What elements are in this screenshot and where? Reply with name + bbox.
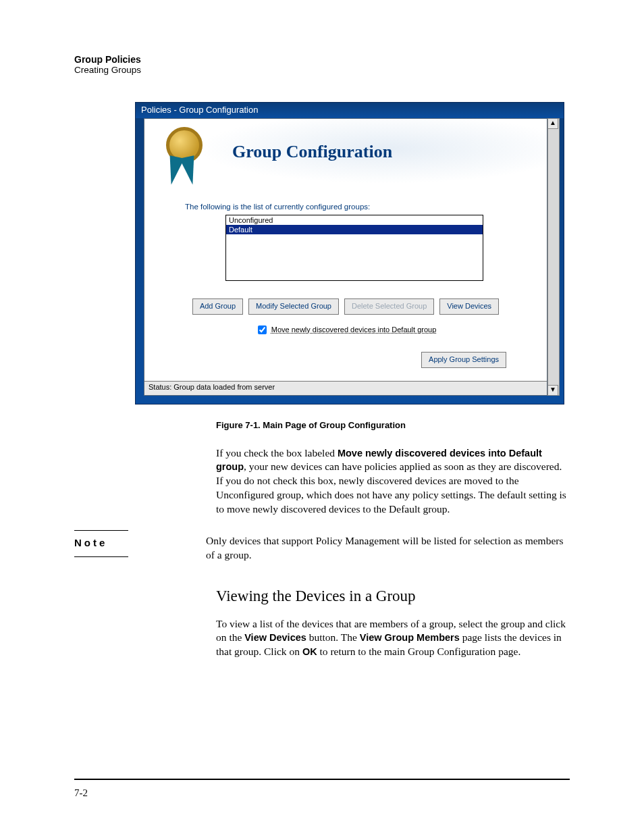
- list-item[interactable]: Unconfigured: [226, 215, 483, 225]
- ribbon-badge-icon: [165, 127, 203, 188]
- modify-group-button[interactable]: Modify Selected Group: [248, 298, 339, 315]
- apply-settings-button[interactable]: Apply Group Settings: [421, 352, 506, 368]
- page-header-subtitle: Creating Groups: [74, 65, 570, 75]
- note-label: Note: [74, 537, 206, 548]
- checkbox-text: Move newly discovered devices into Defau…: [271, 325, 437, 334]
- list-item[interactable]: Default: [226, 225, 483, 234]
- groups-listbox[interactable]: Unconfigured Default: [225, 215, 483, 281]
- intro-text: The following is the list of currently c…: [144, 193, 547, 215]
- add-group-button[interactable]: Add Group: [192, 298, 243, 315]
- banner-title: Group Configuration: [232, 142, 392, 162]
- group-config-window: Policies - Group Configuration ▲ ▼ Group…: [135, 102, 564, 405]
- scroll-down-icon[interactable]: ▼: [547, 385, 558, 396]
- paragraph: To view a list of the devices that are m…: [216, 617, 566, 660]
- paragraph: If you check the box labeled Move newly …: [216, 446, 566, 517]
- status-bar: Status: Group data loaded from server: [144, 381, 547, 395]
- scroll-up-icon[interactable]: ▲: [547, 118, 558, 129]
- window-titlebar: Policies - Group Configuration: [136, 103, 564, 118]
- default-group-checkbox[interactable]: [258, 325, 267, 334]
- default-group-checkbox-label[interactable]: Move newly discovered devices into Defau…: [255, 325, 437, 334]
- section-heading: Viewing the Devices in a Group: [216, 585, 566, 606]
- view-devices-button[interactable]: View Devices: [439, 298, 499, 315]
- page-number: 7-2: [74, 787, 88, 799]
- vertical-scrollbar[interactable]: ▲ ▼: [547, 118, 560, 396]
- delete-group-button[interactable]: Delete Selected Group: [344, 298, 434, 315]
- note-body: Only devices that support Policy Managem…: [206, 534, 570, 563]
- footer-rule: [74, 779, 570, 780]
- figure-caption: Figure 7-1. Main Page of Group Configura…: [216, 419, 566, 432]
- page-header-title: Group Policies: [74, 54, 570, 65]
